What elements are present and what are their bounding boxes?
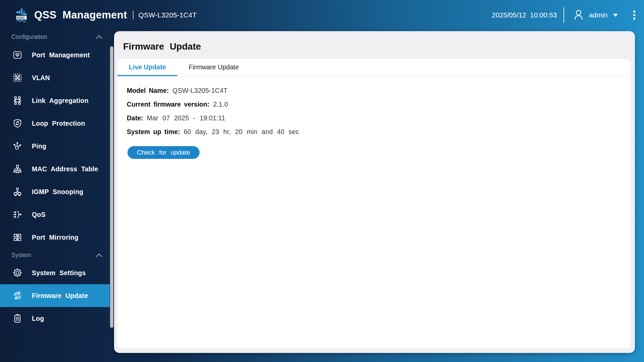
brand-divider <box>133 11 133 19</box>
sidebar-item-label: Link Aggregation <box>32 97 89 105</box>
qos-icon <box>12 209 23 220</box>
mac-address-table-icon <box>12 164 23 174</box>
sidebar-item-qos[interactable]: QoS <box>0 203 110 226</box>
page-title: Firmware Update <box>114 31 635 52</box>
loop-protection-icon <box>12 118 23 129</box>
check-for-update-button[interactable]: Check for update <box>127 146 200 159</box>
user-icon <box>573 9 584 21</box>
section-header-system[interactable]: System <box>0 249 110 261</box>
sidebar-scrollbar-thumb[interactable] <box>110 46 113 328</box>
sidebar-item-log[interactable]: Log <box>0 307 110 330</box>
app-root: QSS Management QSW-L3205-1C4T 2025/05/12… <box>0 0 644 362</box>
igmp-snooping-icon <box>12 186 23 197</box>
qss-logo-icon <box>13 7 30 23</box>
info-row-firmware-version: Current firmware version: 2.1.0 <box>127 101 631 110</box>
sidebar-item-igmp-snooping[interactable]: IGMP Snooping <box>0 180 110 203</box>
firmware-update-icon <box>12 290 23 301</box>
sidebar-item-vlan[interactable]: VLAN <box>0 66 110 89</box>
info-value: Mar 07 2025 - 19:01:11 <box>147 114 225 122</box>
sidebar-item-link-aggregation[interactable]: Link Aggregation <box>0 89 110 112</box>
ping-icon <box>12 141 23 152</box>
vlan-icon <box>12 72 23 83</box>
sidebar-item-port-mirroring[interactable]: Port Mirroring <box>0 226 110 249</box>
sidebar-item-firmware-update[interactable]: Firmware Update <box>0 284 110 307</box>
sidebar-item-label: Port Mirroring <box>32 234 78 241</box>
sidebar-item-label: Ping <box>32 142 46 150</box>
sidebar-item-port-management[interactable]: Port Management <box>0 44 110 66</box>
sidebar-item-label: QoS <box>32 211 46 219</box>
sidebar-item-label: Port Management <box>32 51 90 59</box>
user-menu[interactable]: admin <box>573 9 618 21</box>
live-update-content: Model Name: QSW-L3205-1C4T Current firmw… <box>117 76 631 159</box>
info-value: 2.1.0 <box>213 101 228 108</box>
app-header: QSS Management QSW-L3205-1C4T 2025/05/12… <box>0 0 644 30</box>
more-options-button[interactable] <box>632 9 637 21</box>
sidebar-item-label: Loop Protection <box>32 120 85 127</box>
system-datetime: 2025/05/12 10:00:53 <box>492 11 557 19</box>
tab-bar: Live Update Firmware Update <box>117 59 631 76</box>
tab-firmware-update[interactable]: Firmware Update <box>177 59 251 76</box>
sidebar: Configuration Port Management VLAN <box>0 30 110 362</box>
device-model: QSW-L3205-1C4T <box>139 11 197 19</box>
header-divider <box>564 7 564 23</box>
section-label: System <box>11 252 96 259</box>
sidebar-item-label: Log <box>32 315 44 322</box>
sidebar-item-label: Firmware Update <box>32 292 88 300</box>
info-label: System up time: <box>127 128 180 136</box>
sidebar-item-label: System Settings <box>32 269 86 277</box>
port-mirroring-icon <box>12 232 23 243</box>
chevron-up-icon <box>96 35 102 39</box>
info-row-uptime: System up time: 60 day, 23 hr, 20 min an… <box>127 128 631 137</box>
info-label: Current firmware version: <box>127 101 209 108</box>
info-row-date: Date: Mar 07 2025 - 19:01:11 <box>127 114 631 123</box>
sidebar-item-label: MAC Address Table <box>32 165 98 173</box>
info-label: Date: <box>127 114 143 122</box>
info-label: Model Name: <box>127 87 169 95</box>
sidebar-item-ping[interactable]: Ping <box>0 135 110 158</box>
info-value: QSW-L3205-1C4T <box>172 87 227 95</box>
app-title: QSS Management <box>34 9 127 21</box>
content-panel: Live Update Firmware Update Model Name: … <box>117 59 631 348</box>
section-label: Configuration <box>11 34 96 41</box>
sidebar-item-mac-address-table[interactable]: MAC Address Table <box>0 158 110 180</box>
info-value: 60 day, 23 hr, 20 min and 40 sec <box>184 128 299 136</box>
port-management-icon <box>12 50 23 60</box>
sidebar-item-label: VLAN <box>32 74 50 82</box>
chevron-down-icon <box>613 14 618 17</box>
info-row-model-name: Model Name: QSW-L3205-1C4T <box>127 87 631 96</box>
main-card: Firmware Update Live Update Firmware Upd… <box>114 31 635 353</box>
header-right: 2025/05/12 10:00:53 admin <box>492 0 637 30</box>
tab-live-update[interactable]: Live Update <box>117 59 177 76</box>
system-settings-icon <box>12 267 23 278</box>
link-aggregation-icon <box>12 95 23 106</box>
sidebar-item-loop-protection[interactable]: Loop Protection <box>0 112 110 135</box>
user-name: admin <box>589 11 608 19</box>
sidebar-item-system-settings[interactable]: System Settings <box>0 261 110 284</box>
chevron-up-icon <box>96 253 102 257</box>
log-icon <box>12 313 23 324</box>
sidebar-item-label: IGMP Snooping <box>32 188 83 196</box>
section-header-configuration[interactable]: Configuration <box>0 30 110 44</box>
brand: QSS Management QSW-L3205-1C4T <box>13 7 197 23</box>
